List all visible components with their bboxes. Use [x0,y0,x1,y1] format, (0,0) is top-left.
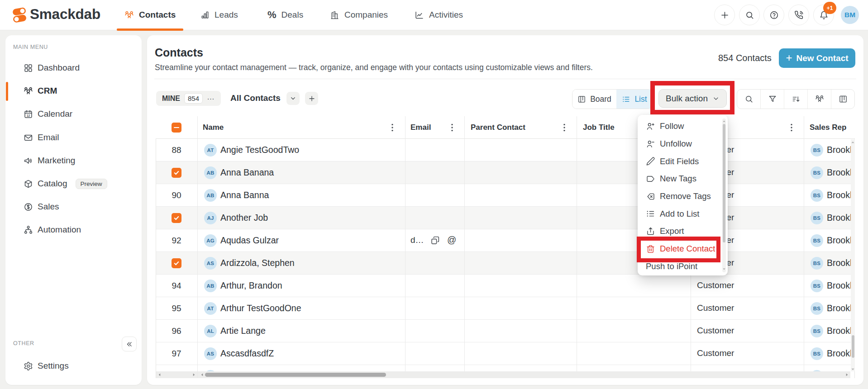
svg-text:12: 12 [27,114,30,117]
